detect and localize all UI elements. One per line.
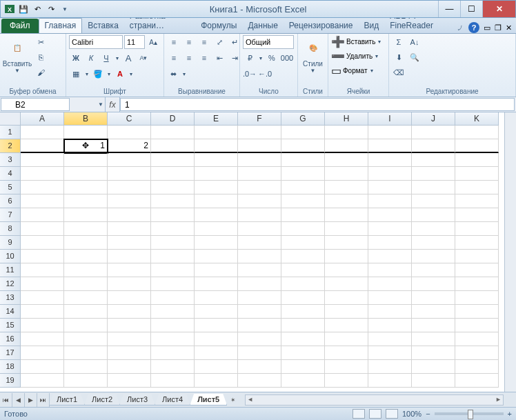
col-header-G[interactable]: G <box>281 112 325 126</box>
sheet-tab-Лист2[interactable]: Лист2 <box>84 394 120 406</box>
cell-E8[interactable] <box>195 222 238 236</box>
cell-D15[interactable] <box>151 319 195 332</box>
cell-H7[interactable] <box>325 208 368 222</box>
save-icon[interactable]: 💾 <box>17 3 30 15</box>
cell-J11[interactable] <box>412 263 455 277</box>
cell-G8[interactable] <box>281 222 325 236</box>
page-break-view-icon[interactable] <box>386 409 398 419</box>
cell-D14[interactable] <box>151 305 195 319</box>
styles-button[interactable]: 🎨Стили▼ <box>301 35 325 74</box>
cell-C17[interactable] <box>108 346 151 360</box>
cell-C15[interactable] <box>108 319 151 332</box>
cell-A7[interactable] <box>21 208 64 222</box>
cell-K10[interactable] <box>455 250 499 263</box>
cell-C2[interactable]: 2 <box>108 139 151 153</box>
cell-K11[interactable] <box>455 263 499 277</box>
help-icon[interactable]: ? <box>468 22 479 33</box>
cell-D17[interactable] <box>151 346 195 360</box>
col-header-A[interactable]: A <box>21 112 64 126</box>
cell-H10[interactable] <box>325 250 368 263</box>
cell-C14[interactable] <box>108 305 151 319</box>
col-header-K[interactable]: K <box>455 112 499 126</box>
cell-G9[interactable] <box>281 236 325 250</box>
cell-K16[interactable] <box>455 332 499 346</box>
cell-F13[interactable] <box>238 291 281 305</box>
sheet-next-icon[interactable]: ▶ <box>25 393 37 407</box>
cell-A1[interactable] <box>21 126 64 139</box>
cell-G12[interactable] <box>281 277 325 291</box>
cell-I11[interactable] <box>368 263 412 277</box>
accounting-icon[interactable]: ₽ <box>243 51 257 65</box>
cell-F14[interactable] <box>238 305 281 319</box>
cells-area[interactable]: 1✥2 <box>21 126 516 392</box>
cell-C9[interactable] <box>108 236 151 250</box>
cell-K12[interactable] <box>455 277 499 291</box>
cell-J3[interactable] <box>412 153 455 167</box>
cell-C11[interactable] <box>108 263 151 277</box>
cell-E2[interactable] <box>195 139 238 153</box>
close-button[interactable]: ✕ <box>482 1 515 17</box>
cell-G15[interactable] <box>281 319 325 332</box>
cell-C10[interactable] <box>108 250 151 263</box>
copy-icon[interactable]: ⎘ <box>34 50 48 64</box>
fill-color-icon[interactable]: 🪣 <box>91 67 105 81</box>
col-header-D[interactable]: D <box>151 112 195 126</box>
cell-B9[interactable] <box>64 236 108 250</box>
cell-D13[interactable] <box>151 291 195 305</box>
indent-inc-icon[interactable]: ⇥ <box>228 51 241 65</box>
sort-filter-icon[interactable]: A↓ <box>408 35 421 49</box>
cell-A11[interactable] <box>21 263 64 277</box>
cell-G7[interactable] <box>281 208 325 222</box>
cell-C1[interactable] <box>108 126 151 139</box>
align-mid-icon[interactable]: ≡ <box>182 35 196 49</box>
cell-G6[interactable] <box>281 194 325 208</box>
cell-K2[interactable] <box>455 139 499 153</box>
row-header-2[interactable]: 2 <box>0 139 21 153</box>
cell-J12[interactable] <box>412 277 455 291</box>
ribbon-tab-3[interactable]: Формулы <box>195 19 242 33</box>
cell-G17[interactable] <box>281 346 325 360</box>
cell-F9[interactable] <box>238 236 281 250</box>
cell-E6[interactable] <box>195 194 238 208</box>
cell-E16[interactable] <box>195 332 238 346</box>
ribbon-tab-0[interactable]: Главная <box>39 18 83 33</box>
cell-J15[interactable] <box>412 319 455 332</box>
doc-restore-icon[interactable]: ❐ <box>495 23 502 32</box>
fill-icon[interactable]: ⬇ <box>392 50 406 64</box>
cell-F17[interactable] <box>238 346 281 360</box>
cell-A8[interactable] <box>21 222 64 236</box>
cell-E18[interactable] <box>195 360 238 374</box>
cell-D10[interactable] <box>151 250 195 263</box>
col-header-E[interactable]: E <box>195 112 238 126</box>
cell-J2[interactable] <box>412 139 455 153</box>
sheet-last-icon[interactable]: ⏭ <box>37 393 50 407</box>
delete-cells-button[interactable]: ➖Удалить▾ <box>331 50 379 63</box>
cell-K13[interactable] <box>455 291 499 305</box>
cell-A14[interactable] <box>21 305 64 319</box>
cell-H15[interactable] <box>325 319 368 332</box>
font-size-combo[interactable]: 11 <box>124 35 145 49</box>
cell-B3[interactable] <box>64 153 108 167</box>
cell-D5[interactable] <box>151 181 195 194</box>
cell-I15[interactable] <box>368 319 412 332</box>
cell-F5[interactable] <box>238 181 281 194</box>
cell-B2[interactable]: 1✥ <box>64 139 108 153</box>
row-header-6[interactable]: 6 <box>0 194 21 208</box>
align-bot-icon[interactable]: ≡ <box>197 35 211 49</box>
cell-H3[interactable] <box>325 153 368 167</box>
ribbon-tab-5[interactable]: Рецензирование <box>284 19 359 33</box>
align-right-icon[interactable]: ≡ <box>197 51 211 65</box>
cell-A18[interactable] <box>21 360 64 374</box>
cell-D4[interactable] <box>151 167 195 181</box>
cell-G19[interactable] <box>281 374 325 388</box>
ribbon-tab-4[interactable]: Данные <box>242 19 283 33</box>
shrink-font-icon[interactable]: A▾ <box>137 51 150 65</box>
cell-G18[interactable] <box>281 360 325 374</box>
cell-H18[interactable] <box>325 360 368 374</box>
cell-D6[interactable] <box>151 194 195 208</box>
align-center-icon[interactable]: ≡ <box>182 51 196 65</box>
cell-D1[interactable] <box>151 126 195 139</box>
cut-icon[interactable]: ✂ <box>34 35 48 49</box>
horizontal-scrollbar[interactable] <box>245 394 504 406</box>
align-top-icon[interactable]: ≡ <box>167 35 181 49</box>
